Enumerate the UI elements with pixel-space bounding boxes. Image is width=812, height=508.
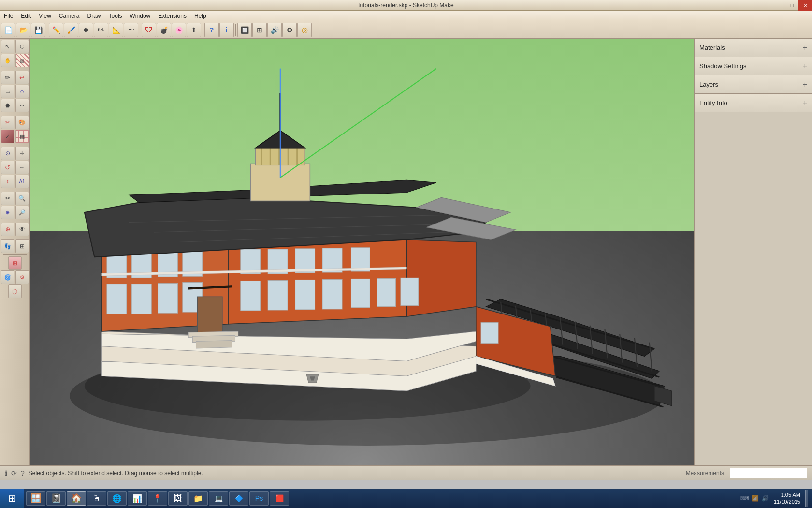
left-zoomwin[interactable]: ⊕ <box>1 206 14 219</box>
tool-paint[interactable]: 🖌️ <box>64 23 78 37</box>
left-grid[interactable]: ▦ <box>15 130 29 143</box>
taskbar-clock[interactable]: 1:05 AM 11/10/2015 <box>772 492 802 506</box>
left-addon1[interactable]: ⬡ <box>8 284 22 298</box>
taskbar-item-onenote[interactable]: 📓 <box>46 491 66 506</box>
tool-wave[interactable]: 〜 <box>124 23 138 37</box>
shadow-settings-panel-header[interactable]: Shadow Settings + <box>695 57 812 75</box>
left-paintbucket[interactable]: 🎨 <box>15 116 29 129</box>
menu-window[interactable]: Window <box>126 12 155 20</box>
tool-view4[interactable]: ⚙ <box>282 23 297 37</box>
tool-view1[interactable]: 🔲 <box>237 23 252 37</box>
taskbar-item-files[interactable]: 📁 <box>188 491 208 506</box>
left-eye[interactable]: 👁 <box>15 223 29 236</box>
left-pencil[interactable]: ✏ <box>1 71 14 84</box>
left-arc[interactable]: ↩ <box>15 71 29 84</box>
materials-panel-header[interactable]: Materials + <box>695 39 812 57</box>
taskbar-item-view[interactable]: 🖼 <box>168 491 188 506</box>
tool-view2[interactable]: ⊞ <box>252 23 267 37</box>
left-render2[interactable]: ⚙ <box>15 270 29 284</box>
left-sep-6 <box>3 238 27 238</box>
taskbar-item-app3[interactable]: 🟥 <box>270 491 289 506</box>
left-select[interactable]: ↖ <box>1 40 14 53</box>
menu-edit[interactable]: Edit <box>17 12 35 20</box>
layers-expand-icon: + <box>803 80 807 89</box>
tool-help[interactable]: ? <box>204 23 219 37</box>
left-move[interactable]: ✛ <box>15 147 29 160</box>
menu-file[interactable]: File <box>0 12 17 20</box>
tray-sound-icon: 🔊 <box>762 495 769 502</box>
menu-view[interactable]: View <box>35 12 55 20</box>
left-pushpull[interactable]: ⊙ <box>1 147 14 160</box>
menu-draw[interactable]: Draw <box>84 12 105 20</box>
left-eraser[interactable]: ✂ <box>1 116 14 129</box>
left-tape[interactable]: A1 <box>15 175 29 188</box>
tool-flower[interactable]: 🌸 <box>172 23 186 37</box>
menu-help[interactable]: Help <box>190 12 210 20</box>
taskbar-item-app2[interactable]: 🔷 <box>229 491 248 506</box>
start-button[interactable]: ⊞ <box>0 489 24 508</box>
tray-keyboard-icon: ⌨ <box>740 495 749 502</box>
taskbar-item-windows[interactable]: 🪟 <box>26 491 45 506</box>
left-offset[interactable]: ↕ <box>1 175 14 188</box>
left-fly[interactable]: ⊞ <box>15 239 29 253</box>
left-zoom[interactable]: 🔍 <box>15 192 29 205</box>
tool-pencil[interactable]: ✏️ <box>49 23 63 37</box>
clock-date: 11/10/2015 <box>774 498 800 505</box>
measurements-input[interactable] <box>730 468 807 478</box>
taskbar-item-app1[interactable]: 💻 <box>209 491 228 506</box>
tool-field[interactable]: f.d. <box>94 23 108 37</box>
left-circle[interactable]: ○ <box>15 85 29 98</box>
tool-upload[interactable]: ⬆ <box>187 23 201 37</box>
maximize-button[interactable]: □ <box>785 0 798 11</box>
tool-info[interactable]: i <box>219 23 234 37</box>
left-orbit[interactable]: ⊕ <box>1 223 14 236</box>
menu-tools[interactable]: Tools <box>105 12 126 20</box>
tool-save[interactable]: 💾 <box>31 23 45 37</box>
taskbar-item-tool[interactable]: 🖱 <box>87 491 106 506</box>
tool-shield[interactable]: 🛡 <box>142 23 156 37</box>
left-section[interactable]: ⊞ <box>8 256 22 270</box>
entity-info-panel-header[interactable]: Entity Info + <box>695 94 812 112</box>
tool-eraser[interactable]: ◉ <box>79 23 93 37</box>
left-scale[interactable]: ↔ <box>15 161 29 174</box>
left-select2[interactable]: ⬡ <box>15 40 29 53</box>
left-scissors[interactable]: ✂ <box>1 192 14 205</box>
left-polygon[interactable]: ⬟ <box>1 99 14 112</box>
tool-new[interactable]: 📄 <box>1 23 15 37</box>
menu-camera[interactable]: Camera <box>55 12 84 20</box>
taskbar-item-chrome[interactable]: 🌐 <box>107 491 127 506</box>
left-pan-tool[interactable]: ✋ <box>1 54 14 67</box>
tray-show-desktop[interactable] <box>805 490 808 507</box>
tool-vray[interactable]: ◎ <box>297 23 312 37</box>
left-rotate[interactable]: ↺ <box>1 161 14 174</box>
status-icon-help: ? <box>21 469 25 477</box>
left-walk[interactable]: 👣 <box>1 239 14 253</box>
taskbar-item-excel[interactable]: 📊 <box>128 491 147 506</box>
left-render1[interactable]: 🌀 <box>1 270 14 284</box>
right-panel-empty <box>695 112 812 465</box>
close-button[interactable]: ✕ <box>798 0 812 11</box>
tool-tape[interactable]: 📐 <box>109 23 123 37</box>
taskbar-items: 🪟 📓 🏠 🖱 🌐 📊 📍 🖼 📁 💻 🔷 Ps 🟥 <box>24 489 737 508</box>
taskbar-item-sketchup[interactable]: 🏠 <box>67 491 86 506</box>
left-zoomin[interactable]: 🔎 <box>15 206 29 219</box>
taskbar-item-photoshop[interactable]: Ps <box>249 491 269 506</box>
left-freehand[interactable]: 〰 <box>15 99 29 112</box>
tool-bomb[interactable]: 💣 <box>157 23 171 37</box>
toolbar-sep-2 <box>140 24 140 36</box>
left-redcheck[interactable]: ✓ <box>1 130 14 143</box>
left-sep-1 <box>3 69 27 69</box>
layers-panel-header[interactable]: Layers + <box>695 75 812 94</box>
title-bar: tutorials-render.skp - SketchUp Make – □… <box>0 0 812 11</box>
tool-view3[interactable]: 🔊 <box>267 23 282 37</box>
left-rectangle[interactable]: ▭ <box>1 85 14 98</box>
minimize-button[interactable]: – <box>771 0 785 11</box>
tool-open[interactable]: 📂 <box>16 23 30 37</box>
viewport[interactable] <box>30 39 694 465</box>
left-pattern[interactable]: ▩ <box>15 54 29 67</box>
step-3 <box>196 341 232 348</box>
menu-extensions[interactable]: Extensions <box>154 12 190 20</box>
taskbar-item-maps[interactable]: 📍 <box>148 491 167 506</box>
left-row-4: ▭ ○ <box>1 85 29 98</box>
toolbar-sep-1 <box>47 24 47 36</box>
